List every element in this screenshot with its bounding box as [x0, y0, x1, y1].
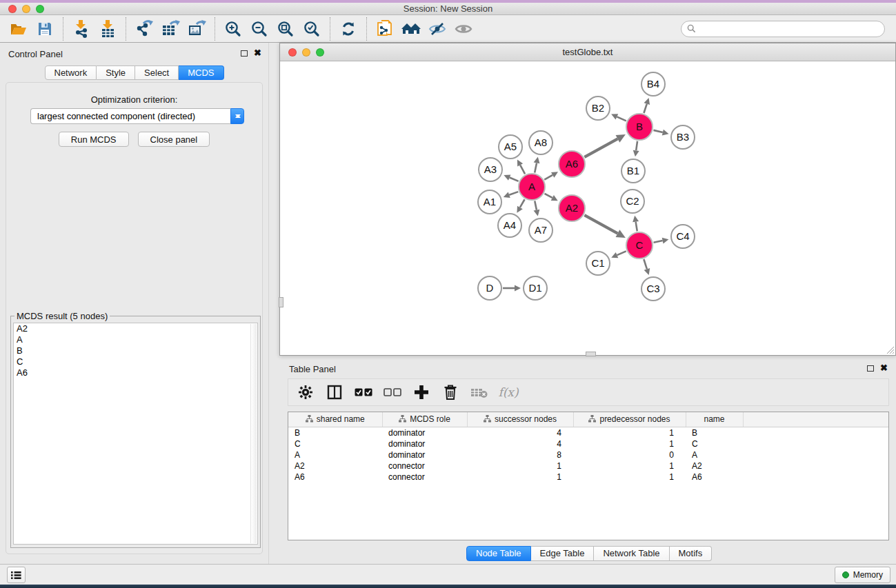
cell-shared-name[interactable]: A2	[288, 460, 382, 472]
cell-successor-nodes[interactable]: 1	[467, 472, 573, 483]
maximize-window-button[interactable]	[36, 5, 44, 13]
edge-A-A1[interactable]	[509, 192, 518, 195]
edge-B-B4[interactable]	[644, 104, 646, 113]
mcds-result-item-a6[interactable]: A6	[14, 367, 257, 378]
close-panel-button[interactable]: Close panel	[138, 132, 210, 147]
delete-table-button[interactable]	[470, 383, 488, 402]
column-header-mcds-role[interactable]: MCDS role	[382, 412, 467, 427]
edge-A-A3[interactable]	[510, 178, 519, 181]
cell-predecessor-nodes[interactable]: 0	[573, 449, 686, 460]
edge-C-C3[interactable]	[644, 259, 647, 269]
column-header-successor-nodes[interactable]: successor nodes	[467, 412, 573, 427]
edge-C-C2[interactable]	[636, 222, 637, 232]
edge-A-A7[interactable]	[535, 201, 537, 210]
edge-A-A5[interactable]	[520, 165, 525, 174]
close-table-panel-icon[interactable]: ✖	[880, 365, 888, 372]
minimize-network-button[interactable]	[302, 48, 310, 57]
tab-node-table[interactable]: Node Table	[466, 546, 531, 561]
edge-A6-B[interactable]	[584, 139, 617, 156]
tab-mcds[interactable]: MCDS	[179, 65, 223, 80]
cell-successor-nodes[interactable]: 4	[467, 427, 573, 438]
home-view-button[interactable]	[398, 17, 424, 41]
cell-predecessor-nodes[interactable]: 1	[573, 438, 686, 449]
mcds-result-item-b[interactable]: B	[14, 345, 257, 356]
table-row[interactable]: Cdominator41C	[288, 438, 888, 449]
cell-predecessor-nodes[interactable]: 1	[573, 472, 686, 483]
zoom-fit-button[interactable]	[272, 17, 299, 41]
edge-A-A6[interactable]	[544, 175, 552, 180]
hide-panels-button[interactable]	[424, 17, 450, 41]
tab-network[interactable]: Network	[44, 65, 97, 80]
delete-column-button[interactable]	[441, 383, 459, 402]
tab-motifs[interactable]: Motifs	[670, 546, 713, 561]
cell-name[interactable]: A2	[686, 460, 743, 472]
cell-name[interactable]: A6	[686, 472, 743, 483]
cell-mcds-role[interactable]: connector	[382, 472, 467, 483]
node-table[interactable]: shared nameMCDS rolesuccessor nodesprede…	[288, 412, 889, 540]
minimize-window-button[interactable]	[22, 5, 30, 13]
cell-successor-nodes[interactable]: 1	[467, 460, 573, 472]
tab-select[interactable]: Select	[135, 65, 179, 80]
cell-shared-name[interactable]: B	[288, 427, 382, 438]
task-history-button[interactable]	[7, 567, 26, 583]
column-header-shared-name[interactable]: shared name	[288, 412, 382, 427]
left-split-handle[interactable]	[279, 297, 283, 307]
close-window-button[interactable]	[8, 5, 17, 13]
run-mcds-button[interactable]: Run MCDS	[59, 132, 129, 147]
cell-mcds-role[interactable]: dominator	[382, 427, 467, 438]
edge-A-A8[interactable]	[535, 163, 537, 172]
edge-B-B1[interactable]	[636, 141, 637, 150]
cell-successor-nodes[interactable]: 8	[467, 449, 573, 460]
cell-predecessor-nodes[interactable]: 1	[573, 460, 686, 472]
maximize-network-button[interactable]	[316, 48, 324, 57]
export-network-button[interactable]	[131, 17, 157, 41]
cell-mcds-role[interactable]: dominator	[382, 438, 467, 449]
cell-mcds-role[interactable]: connector	[382, 460, 467, 472]
cell-successor-nodes[interactable]: 4	[467, 438, 573, 449]
split-columns-button[interactable]	[326, 383, 344, 402]
float-panel-icon[interactable]	[241, 50, 248, 57]
cell-name[interactable]: B	[686, 427, 743, 438]
cell-shared-name[interactable]: A6	[288, 472, 382, 483]
cell-shared-name[interactable]: A	[288, 449, 382, 460]
zoom-out-button[interactable]	[246, 17, 272, 41]
mcds-result-item-c[interactable]: C	[14, 356, 257, 367]
refresh-layout-button[interactable]	[335, 17, 361, 41]
dropdown-stepper-icon[interactable]	[230, 108, 244, 124]
resize-grip-icon[interactable]	[886, 345, 895, 354]
table-row[interactable]: Bdominator41B	[288, 427, 888, 438]
network-canvas[interactable]: B4B2BB3A8A5A6A3B1AC2A1A2A4A7C4CC1C3DD1	[280, 61, 895, 355]
criterion-dropdown[interactable]: largest connected component (directed)	[30, 108, 244, 124]
import-network-button[interactable]	[68, 17, 94, 41]
memory-button[interactable]: Memory	[835, 567, 890, 583]
tab-edge-table[interactable]: Edge Table	[531, 546, 595, 561]
cell-shared-name[interactable]: C	[288, 438, 382, 449]
table-row[interactable]: A6connector11A6	[288, 472, 888, 483]
table-row[interactable]: Adominator80A	[288, 449, 888, 460]
save-session-button[interactable]	[32, 17, 58, 41]
edge-B-B3[interactable]	[653, 130, 662, 132]
window-controls[interactable]	[8, 5, 44, 13]
mcds-result-list[interactable]: A2ABCA6	[13, 323, 258, 545]
network-from-file-button[interactable]	[372, 17, 398, 41]
network-window-titlebar[interactable]: testGlobe.txt	[280, 43, 895, 61]
cell-mcds-role[interactable]: dominator	[382, 449, 467, 460]
edge-A2-C[interactable]	[584, 215, 617, 233]
table-row[interactable]: A2connector11A2	[288, 460, 888, 472]
settings-gear-button[interactable]	[297, 383, 315, 402]
tab-style[interactable]: Style	[97, 65, 135, 80]
export-table-button[interactable]	[157, 17, 183, 41]
mcds-result-item-a[interactable]: A	[14, 334, 257, 345]
bottom-split-handle[interactable]	[586, 352, 596, 356]
tab-network-table[interactable]: Network Table	[594, 546, 669, 561]
edge-C-C1[interactable]	[617, 251, 626, 255]
search-field[interactable]	[681, 21, 885, 37]
cell-predecessor-nodes[interactable]: 1	[573, 427, 686, 438]
export-image-button[interactable]	[183, 17, 210, 41]
function-builder-button[interactable]: f(x)	[499, 383, 517, 402]
column-header-name[interactable]: name	[686, 412, 743, 427]
mcds-result-item-a2[interactable]: A2	[14, 323, 257, 334]
edge-A-A2[interactable]	[545, 194, 552, 198]
float-table-panel-icon[interactable]	[867, 365, 874, 372]
cell-name[interactable]: A	[686, 449, 743, 460]
